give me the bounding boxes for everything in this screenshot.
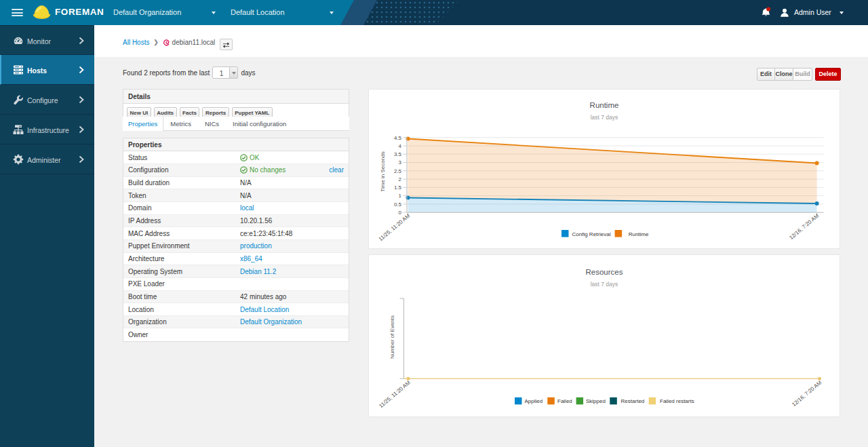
svg-text:0.5: 0.5	[394, 201, 402, 208]
svg-text:2.5: 2.5	[394, 168, 402, 174]
svg-text:12/16, 7:20 AM: 12/16, 7:20 AM	[791, 379, 823, 408]
svg-text:Runtime: Runtime	[590, 101, 619, 109]
svg-text:3.5: 3.5	[394, 151, 402, 157]
svg-text:12/16, 7:20 AM: 12/16, 7:20 AM	[788, 212, 820, 241]
svg-text:Time in Seconds: Time in Seconds	[380, 151, 386, 191]
svg-text:Runtime: Runtime	[629, 231, 649, 237]
svg-text:11/25, 11:20 AM: 11/25, 11:20 AM	[378, 379, 412, 409]
svg-text:0: 0	[399, 210, 402, 216]
svg-text:11/25, 11:20 AM: 11/25, 11:20 AM	[378, 212, 412, 242]
svg-text:Applied: Applied	[524, 398, 542, 404]
svg-text:Failed: Failed	[557, 398, 572, 404]
svg-text:Number of Events: Number of Events	[389, 315, 395, 359]
svg-text:1.5: 1.5	[394, 184, 402, 191]
svg-text:Skipped: Skipped	[586, 398, 606, 404]
svg-text:2: 2	[399, 176, 402, 182]
svg-text:3: 3	[399, 159, 402, 166]
svg-text:4: 4	[399, 143, 402, 149]
svg-text:last 7 days: last 7 days	[591, 281, 618, 288]
svg-text:Config Retrieval: Config Retrieval	[572, 231, 611, 237]
svg-text:4.5: 4.5	[394, 135, 402, 141]
svg-text:Resources: Resources	[586, 268, 623, 276]
svg-text:Failed restarts: Failed restarts	[660, 398, 694, 404]
svg-text:last 7 days: last 7 days	[591, 114, 618, 121]
svg-text:1: 1	[399, 193, 402, 199]
svg-text:Restarted: Restarted	[621, 398, 645, 404]
